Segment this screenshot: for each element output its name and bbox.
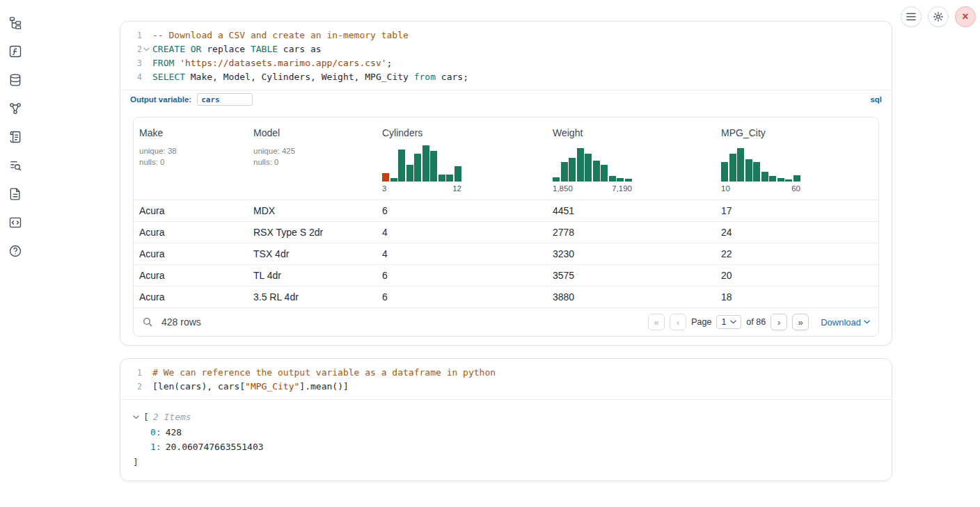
histogram-bar[interactable] [777, 178, 784, 182]
page-select[interactable]: 1 [716, 315, 741, 329]
code-line[interactable]: 1# We can reference the output variable … [120, 366, 892, 380]
file-explorer-icon[interactable] [6, 14, 24, 32]
fold-chevron-icon[interactable] [142, 47, 151, 51]
histogram-bar[interactable] [422, 145, 429, 182]
histogram-bar[interactable] [601, 165, 608, 182]
histogram-bar[interactable] [414, 154, 421, 182]
column-histogram[interactable]: 312 [377, 144, 547, 193]
histogram-bar[interactable] [585, 154, 592, 182]
column-histogram[interactable]: 1,8507,190 [547, 144, 716, 193]
output-items-count: 2 Items [153, 410, 191, 425]
histogram-bar[interactable] [577, 148, 584, 182]
menu-button[interactable] [901, 6, 922, 27]
output-entry: 1: 20.060747663551403 [133, 440, 892, 455]
prev-page-button[interactable]: ‹ [670, 314, 686, 330]
code-line[interactable]: 2[len(cars), cars["MPG_City"].mean()] [120, 380, 892, 394]
histogram-bar[interactable] [609, 176, 616, 182]
sql-cell: 1-- Download a CSV and create an in-memo… [120, 21, 892, 346]
snippets-icon[interactable] [6, 185, 24, 203]
python-code-editor[interactable]: 1# We can reference the output variable … [120, 359, 892, 399]
table-cell: Acura [134, 287, 248, 307]
column-name[interactable]: Model [248, 123, 377, 144]
histogram-bar[interactable] [721, 162, 728, 182]
histogram-bar[interactable] [390, 178, 397, 182]
gear-icon [933, 11, 944, 22]
code-line[interactable]: 3FROM 'https://datasets.marimo.app/cars.… [120, 56, 892, 70]
histogram-bar[interactable] [745, 159, 752, 182]
output-entry-value: 20.060747663551403 [166, 440, 264, 455]
table-row[interactable]: AcuraRSX Type S 2dr4277824 [134, 221, 878, 243]
next-page-button[interactable]: › [770, 314, 787, 330]
table-cell: 17 [716, 200, 878, 221]
histogram-bar[interactable] [569, 158, 576, 182]
line-number: 4 [137, 70, 142, 84]
scratchpad-icon[interactable] [6, 42, 24, 61]
logs-icon[interactable] [6, 128, 24, 146]
help-icon[interactable] [6, 242, 24, 260]
histogram-bar[interactable] [769, 176, 776, 182]
histogram-bar[interactable] [398, 150, 405, 182]
notebook: 1-- Download a CSV and create an in-memo… [120, 21, 892, 481]
last-page-button[interactable]: » [792, 314, 809, 330]
column-header[interactable]: Modelunique: 425nulls: 0 [248, 123, 377, 193]
histogram-bar[interactable] [455, 166, 461, 182]
table-row[interactable]: AcuraMDX6445117 [134, 200, 878, 221]
code-line[interactable]: 1-- Download a CSV and create an in-memo… [120, 29, 892, 42]
histogram-bar[interactable] [793, 175, 800, 182]
histogram-bar[interactable] [446, 175, 453, 182]
table-row[interactable]: AcuraTSX 4dr4323022 [134, 243, 878, 264]
settings-button[interactable] [928, 6, 949, 27]
histogram-bar[interactable] [753, 162, 760, 182]
column-histogram[interactable]: 1060 [716, 144, 878, 193]
download-link[interactable]: Download [821, 317, 870, 328]
histogram-bar[interactable] [593, 161, 600, 182]
column-header[interactable]: Makeunique: 38nulls: 0 [134, 123, 248, 193]
sql-code-editor[interactable]: 1-- Download a CSV and create an in-memo… [120, 22, 892, 90]
histogram-bar[interactable] [553, 177, 560, 182]
histogram-bar[interactable] [406, 165, 413, 182]
column-name[interactable]: Cylinders [377, 123, 547, 144]
column-name[interactable]: MPG_City [716, 123, 878, 144]
collapse-chevron-icon[interactable] [133, 415, 139, 419]
histogram-bar[interactable] [729, 154, 736, 182]
table-row[interactable]: AcuraTL 4dr6357520 [134, 264, 878, 286]
menu-icon [906, 13, 916, 21]
histogram-bar[interactable] [617, 178, 624, 182]
table-cell: 3.5 RL 4dr [248, 287, 377, 307]
documentation-icon[interactable] [6, 214, 24, 232]
histogram-bar[interactable] [785, 179, 792, 182]
table-cell: 6 [377, 265, 547, 286]
column-header[interactable]: MPG_City1060 [716, 123, 878, 193]
datasources-icon[interactable] [6, 71, 24, 89]
code-line[interactable]: 2CREATE OR replace TABLE cars as [120, 42, 892, 56]
column-name[interactable]: Make [134, 123, 248, 144]
histogram-bars [382, 144, 461, 182]
histogram-bar[interactable] [737, 148, 744, 182]
column-header[interactable]: Cylinders312 [377, 123, 547, 193]
stat-line: unique: 425 [253, 145, 371, 156]
shutdown-button[interactable]: × [955, 6, 976, 27]
dependency-graph-icon[interactable] [6, 99, 24, 118]
table-cell: TL 4dr [248, 265, 377, 286]
column-name[interactable]: Weight [547, 123, 716, 144]
histogram-bar[interactable] [438, 175, 445, 182]
page-label: Page [691, 317, 711, 327]
search-icon[interactable] [142, 316, 153, 328]
histogram-bar[interactable] [430, 151, 437, 182]
code-line[interactable]: 4SELECT Make, Model, Cylinders, Weight, … [120, 70, 892, 84]
histogram-bar[interactable] [382, 173, 389, 182]
line-number: 3 [137, 56, 142, 70]
column-header[interactable]: Weight1,8507,190 [547, 123, 716, 193]
histogram-bars [553, 144, 632, 182]
first-page-button[interactable]: « [648, 314, 665, 330]
table-row[interactable]: Acura3.5 RL 4dr6388018 [134, 286, 878, 307]
table-header: Makeunique: 38nulls: 0Modelunique: 425nu… [134, 118, 878, 200]
histogram-bar[interactable] [761, 172, 768, 182]
table-of-contents-icon[interactable] [6, 156, 24, 175]
output-entry: 0: 428 [133, 425, 892, 440]
table-cell: 3230 [547, 243, 716, 264]
histogram-bar[interactable] [625, 179, 632, 182]
output-variable-input[interactable] [197, 93, 253, 106]
chevron-down-icon [864, 320, 870, 324]
histogram-bar[interactable] [561, 162, 568, 182]
